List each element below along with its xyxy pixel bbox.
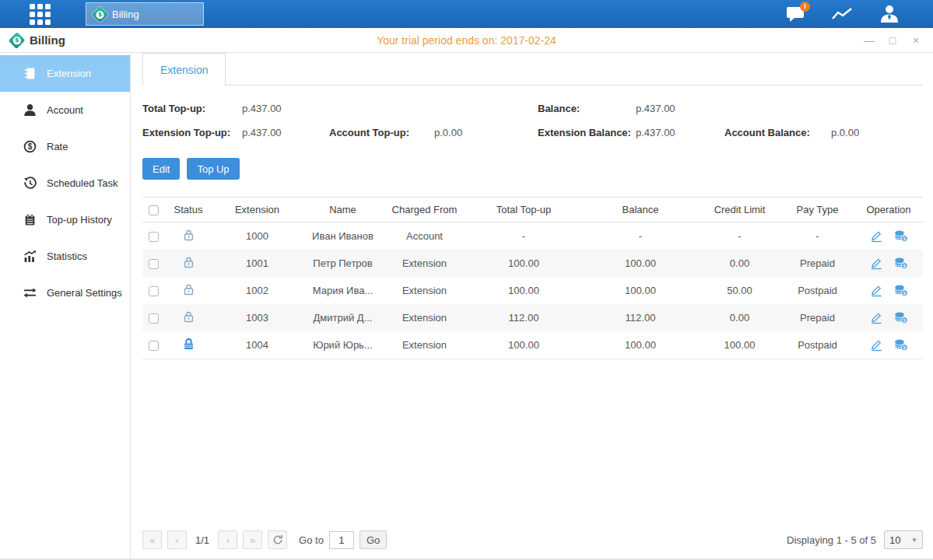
topup-row-icon[interactable]: $ <box>894 229 908 243</box>
svg-text:$: $ <box>903 236 906 241</box>
topup-button[interactable]: Top Up <box>187 158 239 180</box>
extension-balance-value: p.437.00 <box>636 127 724 138</box>
topup-row-icon[interactable]: $ <box>894 338 908 352</box>
sidebar-item-scheduled-task[interactable]: Scheduled Task <box>0 165 130 201</box>
sidebar-item-extension[interactable]: Extension <box>0 55 130 92</box>
sidebar-item-account[interactable]: Account <box>0 92 130 128</box>
edit-row-icon[interactable] <box>870 338 883 352</box>
charged-from-cell: Extension <box>384 250 465 277</box>
edit-row-icon[interactable] <box>870 311 883 324</box>
billing-app-window: $ Billing ! <box>0 0 933 560</box>
charged-from-cell: Extension <box>384 304 465 331</box>
table-row: 1002 Мария Ива... Extension 100.00 100.0… <box>142 277 923 304</box>
col-balance: Balance <box>582 198 699 222</box>
app-launcher-icon[interactable] <box>26 2 53 26</box>
sidebar: Extension Account $ Rate <box>0 53 131 558</box>
topup-row-icon[interactable]: $ <box>894 311 908 324</box>
credit-limit-cell: 50.00 <box>699 277 780 304</box>
col-operation: Operation <box>854 198 923 222</box>
monitor-chart-icon[interactable] <box>830 3 855 25</box>
goto-page-input[interactable] <box>329 531 354 549</box>
pay-type-cell: Prepaid <box>780 250 854 277</box>
page-size-select[interactable]: 10 ▼ <box>884 530 923 549</box>
svg-text:$: $ <box>903 317 906 323</box>
minimize-icon[interactable]: — <box>863 34 875 47</box>
pay-type-cell: Postpaid <box>780 277 854 304</box>
topup-row-icon[interactable]: $ <box>894 257 908 270</box>
sidebar-item-statistics[interactable]: Statistics <box>0 238 130 275</box>
sidebar-item-general-settings[interactable]: General Settings <box>0 275 130 311</box>
refresh-button[interactable] <box>268 530 287 549</box>
notifications-icon[interactable]: ! <box>784 3 808 25</box>
account-topup-value: p.0.00 <box>434 127 538 138</box>
row-checkbox[interactable] <box>149 232 159 242</box>
edit-button[interactable]: Edit <box>142 158 180 180</box>
balance-cell: - <box>582 222 699 250</box>
pay-type-cell: - <box>780 222 854 250</box>
extension-cell: 1002 <box>212 277 302 304</box>
row-checkbox[interactable] <box>149 286 159 296</box>
svg-text:$: $ <box>903 263 906 268</box>
main-content: Extension Total Top-up: p.437.00 Extensi… <box>131 53 933 558</box>
operation-cell: $ <box>854 277 923 304</box>
total-topup-value: p.437.00 <box>242 103 538 114</box>
first-page-button[interactable]: « <box>142 530 162 549</box>
tab-extension[interactable]: Extension <box>142 53 226 86</box>
prev-page-button[interactable]: ‹ <box>167 530 187 549</box>
topup-history-icon <box>23 213 37 226</box>
table-row: 1001 Петр Петров Extension 100.00 100.00… <box>142 250 923 277</box>
window-titlebar: $ Billing Your trial period ends on: 201… <box>0 28 933 53</box>
edit-row-icon[interactable] <box>870 229 883 243</box>
sidebar-item-rate[interactable]: $ Rate <box>0 128 130 165</box>
locked-icon <box>182 338 195 351</box>
page-indicator: 1/1 <box>195 534 209 546</box>
taskbar-tab-label: Billing <box>112 9 139 20</box>
edit-row-icon[interactable] <box>870 284 883 297</box>
row-checkbox[interactable] <box>149 313 159 324</box>
balance-cell: 100.00 <box>582 277 699 304</box>
last-page-button[interactable]: » <box>243 530 262 549</box>
goto-label: Go to <box>299 534 324 546</box>
charged-from-cell: Account <box>384 222 465 250</box>
close-icon[interactable]: × <box>910 34 922 47</box>
credit-limit-cell: 0.00 <box>699 304 780 331</box>
operation-cell: $ <box>854 331 923 359</box>
window-title: Billing <box>30 33 65 47</box>
edit-row-icon[interactable] <box>870 257 883 270</box>
credit-limit-cell: 0.00 <box>699 250 780 277</box>
chevron-down-icon: ▼ <box>911 537 917 544</box>
unlocked-icon <box>182 256 195 269</box>
rate-icon: $ <box>23 140 37 153</box>
topup-row-icon[interactable]: $ <box>894 284 908 297</box>
status-cell <box>164 304 212 331</box>
name-cell: Юрий Юрь... <box>302 331 384 359</box>
window-controls: — □ × <box>863 34 922 47</box>
status-cell <box>164 277 212 304</box>
account-balance-label: Account Balance: <box>724 127 831 138</box>
table-row: 1000 Иван Иванов Account - - - - <box>142 222 923 250</box>
taskbar-billing-tab[interactable]: $ Billing <box>86 2 204 26</box>
next-page-button[interactable]: › <box>218 530 237 549</box>
row-checkbox[interactable] <box>149 341 159 351</box>
taskbar-right: ! <box>784 0 902 28</box>
svg-text:$: $ <box>903 345 906 350</box>
extension-table: Status Extension Name Charged From Total… <box>142 197 923 359</box>
credit-limit-cell: - <box>699 222 780 250</box>
pagination-bar: « ‹ 1/1 › » Go to Go Displaying 1 - 5 of… <box>142 523 923 557</box>
charged-from-cell: Extension <box>384 277 465 304</box>
balance-cell: 112.00 <box>582 304 699 331</box>
general-settings-icon <box>23 286 37 299</box>
col-charged-from: Charged From <box>384 198 465 222</box>
maximize-icon[interactable]: □ <box>886 34 899 47</box>
row-checkbox[interactable] <box>149 259 159 269</box>
total-topup-cell: - <box>465 222 582 250</box>
go-button[interactable]: Go <box>360 530 387 549</box>
select-all-checkbox[interactable] <box>149 205 159 215</box>
name-cell: Петр Петров <box>302 250 384 277</box>
status-cell <box>164 222 212 250</box>
sidebar-item-topup-history[interactable]: Top-up History <box>0 201 130 238</box>
user-account-icon[interactable] <box>877 3 902 25</box>
operation-cell: $ <box>854 222 923 250</box>
extension-balance-label: Extension Balance: <box>538 127 636 138</box>
credit-limit-cell: 100.00 <box>699 331 780 359</box>
